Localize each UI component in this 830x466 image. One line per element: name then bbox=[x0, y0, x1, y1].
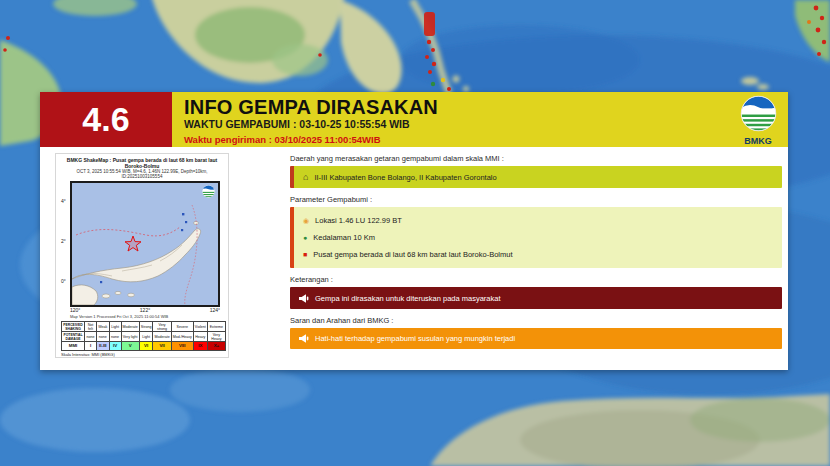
screenshot-root: 4.6 INFO GEMPA DIRASAKAN WAKTU GEMPABUMI… bbox=[0, 0, 830, 466]
shakemap-image: 4° 2° 0° bbox=[70, 181, 220, 307]
advice-value: Hati-hati terhadap gempabumi susulan yan… bbox=[315, 334, 515, 343]
scale-cell: none bbox=[96, 332, 109, 342]
scale-cell: Strong bbox=[139, 322, 153, 332]
lon-axis: 120° 122° 124° bbox=[70, 307, 220, 314]
advice-label: Saran dan Arahan dari BMKG : bbox=[290, 316, 782, 325]
parameter-text: Kedalaman 10 Km bbox=[313, 233, 375, 242]
magnitude-value: 4.6 bbox=[82, 100, 129, 139]
quake-time-text: WAKTU GEMPABUMI : 03-10-25 10:55:54 WIB bbox=[184, 118, 788, 130]
scale-cell: none bbox=[109, 332, 121, 342]
lon-label: 120° bbox=[70, 307, 80, 314]
shakemap-title: BMKG ShakeMap : Pusat gempa berada di la… bbox=[58, 157, 226, 169]
scale-cell: Moderate bbox=[121, 322, 139, 332]
lat-label: 0° bbox=[61, 278, 66, 284]
lat-label: 2° bbox=[61, 238, 66, 244]
bmkg-logo-icon bbox=[740, 95, 777, 132]
shakemap-panel: BMKG ShakeMap : Pusat gempa berada di la… bbox=[55, 153, 229, 358]
scale-cell: V bbox=[121, 342, 139, 351]
scale-cell: Heavy bbox=[193, 332, 207, 342]
scale-cell: Moderate bbox=[153, 332, 171, 342]
felt-areas-label: Daerah yang merasakan getaran gempabumi … bbox=[290, 154, 782, 163]
parameters-box: ◉Lokasi 1.46 LU 122.99 BT●Kedalaman 10 K… bbox=[290, 207, 782, 268]
parameter-line: ■Pusat gempa berada di laut 68 km barat … bbox=[303, 246, 773, 263]
depth-icon: ● bbox=[303, 234, 307, 241]
felt-areas-value: II-III Kabupaten Bone Bolango, II Kabupa… bbox=[314, 173, 496, 182]
card-header: 4.6 INFO GEMPA DIRASAKAN WAKTU GEMPABUMI… bbox=[40, 92, 788, 147]
scale-cell: Extreme bbox=[207, 322, 225, 332]
sent-time-text: Waktu pengiriman : 03/10/2025 11:00:54WI… bbox=[184, 134, 788, 145]
scale-cell: IV bbox=[109, 342, 121, 351]
scale-row-label: PERCEIVED SHAKING bbox=[62, 322, 85, 332]
megaphone-icon bbox=[299, 334, 309, 343]
parameter-line: ◉Lokasi 1.46 LU 122.99 BT bbox=[303, 212, 773, 229]
scale-cell: none bbox=[85, 332, 97, 342]
note-box: Gempa ini dirasakan untuk diteruskan pad… bbox=[290, 287, 782, 309]
bmkg-mini-logo-icon bbox=[202, 185, 215, 198]
parameter-text: Lokasi 1.46 LU 122.99 BT bbox=[315, 216, 402, 225]
bmkg-logo: BMKG bbox=[736, 95, 780, 146]
scale-caption: Skala Intensitas: MMI (BMKG) bbox=[61, 352, 226, 357]
note-value: Gempa ini dirasakan untuk diteruskan pad… bbox=[315, 294, 501, 303]
scale-cell: Not felt bbox=[85, 322, 97, 332]
location-icon: ◉ bbox=[303, 217, 309, 224]
scale-cell: Violent bbox=[193, 322, 207, 332]
advice-box: Hati-hati terhadap gempabumi susulan yan… bbox=[290, 328, 782, 349]
parameter-line: ●Kedalaman 10 Km bbox=[303, 229, 773, 246]
shakemap-art bbox=[72, 183, 218, 305]
felt-areas-box: ⌂ II-III Kabupaten Bone Bolango, II Kabu… bbox=[290, 166, 782, 188]
scale-cell: Light bbox=[139, 332, 153, 342]
header-band: INFO GEMPA DIRASAKAN WAKTU GEMPABUMI : 0… bbox=[172, 92, 788, 147]
lat-label: 4° bbox=[61, 198, 66, 204]
scale-cell: Mod./Heavy bbox=[171, 332, 193, 342]
bmkg-logo-label: BMKG bbox=[736, 137, 780, 146]
info-content: Daerah yang merasakan getaran gempabumi … bbox=[290, 147, 782, 349]
scale-cell: Very light bbox=[121, 332, 139, 342]
scale-cell: VII bbox=[153, 342, 171, 351]
scale-cell: VIII bbox=[171, 342, 193, 351]
scale-cell: Very Heavy bbox=[207, 332, 225, 342]
earthquake-info-card: 4.6 INFO GEMPA DIRASAKAN WAKTU GEMPABUMI… bbox=[40, 92, 788, 370]
scale-cell: II-III bbox=[96, 342, 109, 351]
scale-cell: IX bbox=[193, 342, 207, 351]
card-body: BMKG ShakeMap : Pusat gempa berada di la… bbox=[40, 147, 788, 370]
scale-cell: I bbox=[85, 342, 97, 351]
lon-label: 122° bbox=[140, 307, 150, 314]
note-label: Keterangan : bbox=[290, 275, 782, 284]
page-title: INFO GEMPA DIRASAKAN bbox=[184, 96, 788, 118]
parameter-text: Pusat gempa berada di laut 68 km barat l… bbox=[313, 250, 512, 259]
scale-row-label: POTENTIAL DAMAGE bbox=[62, 332, 85, 342]
map-version-text: Map Version 1 Processed Fri Oct 3, 2025 … bbox=[70, 314, 226, 319]
epicenter-icon: ■ bbox=[303, 251, 307, 258]
house-icon: ⌂ bbox=[303, 173, 308, 182]
scale-cell: Light bbox=[109, 322, 121, 332]
lon-label: 124° bbox=[210, 307, 220, 314]
magnitude-badge: 4.6 bbox=[40, 92, 172, 147]
parameters-label: Parameter Gempabumi : bbox=[290, 195, 782, 204]
scale-cell: Severe bbox=[171, 322, 193, 332]
scale-cell: Weak bbox=[96, 322, 109, 332]
shakemap-subtitle: OCT 3, 2025 10:55:54 WIB, M=4.6, 1.46N 1… bbox=[58, 169, 226, 179]
scale-row-label: MMI bbox=[62, 342, 85, 351]
scale-cell: VI bbox=[139, 342, 153, 351]
scale-cell: X+ bbox=[207, 342, 225, 351]
megaphone-icon bbox=[299, 294, 309, 303]
scale-cell: Very strong bbox=[153, 322, 171, 332]
intensity-scale-table: PERCEIVED SHAKINGNot feltWeakLightModera… bbox=[61, 321, 226, 351]
